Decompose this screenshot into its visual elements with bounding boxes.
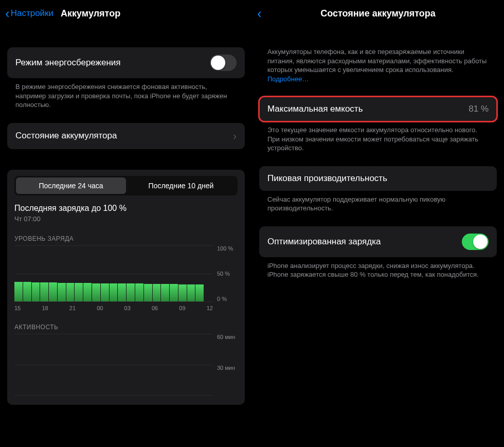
back-button[interactable]: ‹ Настройки	[5, 7, 53, 20]
low-power-toggle[interactable]	[210, 55, 237, 71]
navbar-left: ‹ Настройки Аккумулятор	[0, 0, 252, 27]
chart-bar	[92, 283, 100, 301]
chart-bar	[153, 284, 161, 301]
chart-activity: 60 мин 30 мин	[14, 334, 238, 396]
back-label: Настройки	[11, 8, 53, 19]
seg-last-10d[interactable]: Последние 10 дней	[126, 177, 236, 194]
last-charge-title: Последняя зарядка до 100 %	[14, 204, 238, 213]
back-button-right[interactable]: ‹	[257, 7, 262, 20]
max-capacity-label: Максимальная емкость	[267, 104, 363, 114]
usage-card: Последние 24 часа Последние 10 дней Посл…	[7, 170, 245, 405]
optimized-charging-footnote: iPhone анализирует процесс зарядки, сниж…	[259, 257, 497, 279]
chart-activity-yaxis: 60 мин 30 мин	[213, 334, 238, 396]
optimized-charging-row[interactable]: Оптимизированная зарядка	[259, 226, 497, 257]
max-capacity-footnote: Это текущее значение емкости аккумулятор…	[259, 121, 497, 153]
chart-bar	[170, 284, 178, 301]
chart-level-plot	[14, 245, 213, 302]
seg-last-24h[interactable]: Последние 24 часа	[16, 177, 126, 194]
chart-activity-plot	[14, 334, 213, 396]
optimized-charging-label: Оптимизированная зарядка	[267, 237, 381, 247]
page-title-left: Аккумулятор	[61, 8, 120, 19]
last-charge-sub: Чт 07:00	[14, 215, 238, 223]
battery-health-row[interactable]: Состояние аккумулятора ›	[7, 123, 245, 149]
chart-level-title: УРОВЕНЬ ЗАРЯДА	[14, 235, 238, 242]
low-power-footnote: В режиме энергосбережения снижается фоно…	[7, 78, 245, 110]
chart-level-xaxis: 15 18 21 00 03 06 09 12	[14, 305, 238, 311]
low-power-mode-row[interactable]: Режим энергосбережения	[7, 47, 245, 78]
peak-performance-footnote: Сейчас аккумулятор поддерживает нормальн…	[259, 191, 497, 213]
chart-bar	[127, 283, 135, 301]
chart-bar	[32, 282, 40, 301]
pane-battery-health: ‹ Состояние аккумулятора Аккумуляторы те…	[252, 0, 504, 447]
chart-bar	[49, 282, 57, 301]
time-range-segmented[interactable]: Последние 24 часа Последние 10 дней	[14, 176, 238, 195]
max-capacity-value: 81 %	[469, 104, 489, 114]
chart-bar	[40, 282, 48, 301]
chart-bar	[118, 283, 126, 301]
chevron-left-icon: ‹	[257, 7, 262, 20]
navbar-right: ‹ Состояние аккумулятора	[252, 0, 504, 27]
chart-bar	[14, 282, 23, 301]
battery-health-label: Состояние аккумулятора	[15, 131, 117, 141]
chart-bar	[178, 284, 187, 301]
chart-bar	[83, 283, 92, 301]
optimized-charging-toggle[interactable]	[462, 234, 489, 250]
chart-bar	[101, 283, 109, 301]
peak-performance-row[interactable]: Пиковая производительность	[259, 166, 497, 191]
chart-battery-level: 100 % 50 % 0 %	[14, 245, 238, 302]
chart-bar	[58, 283, 66, 301]
battery-intro-footnote: Аккумуляторы телефона, как и все перезар…	[259, 47, 497, 83]
max-capacity-row[interactable]: Максимальная емкость 81 %	[259, 97, 497, 121]
chart-activity-title: АКТИВНОСТЬ	[14, 324, 238, 331]
pane-battery: ‹ Настройки Аккумулятор Режим энергосбер…	[0, 0, 252, 447]
low-power-label: Режим энергосбережения	[15, 58, 121, 68]
chart-bar	[110, 283, 118, 301]
chevron-right-icon: ›	[233, 130, 237, 142]
learn-more-link[interactable]: Подробнее…	[267, 75, 309, 83]
chart-bar	[161, 284, 169, 301]
chart-bar	[75, 283, 83, 301]
chart-bar	[66, 283, 75, 301]
chart-bar	[187, 284, 195, 301]
chart-bar	[144, 284, 152, 301]
chart-bar	[135, 283, 143, 301]
chart-bar	[23, 282, 31, 301]
chart-bar	[195, 284, 204, 301]
page-title-right: Состояние аккумулятора	[320, 8, 436, 19]
chart-level-yaxis: 100 % 50 % 0 %	[213, 245, 238, 302]
peak-performance-label: Пиковая производительность	[267, 173, 387, 184]
chevron-left-icon: ‹	[5, 7, 10, 20]
